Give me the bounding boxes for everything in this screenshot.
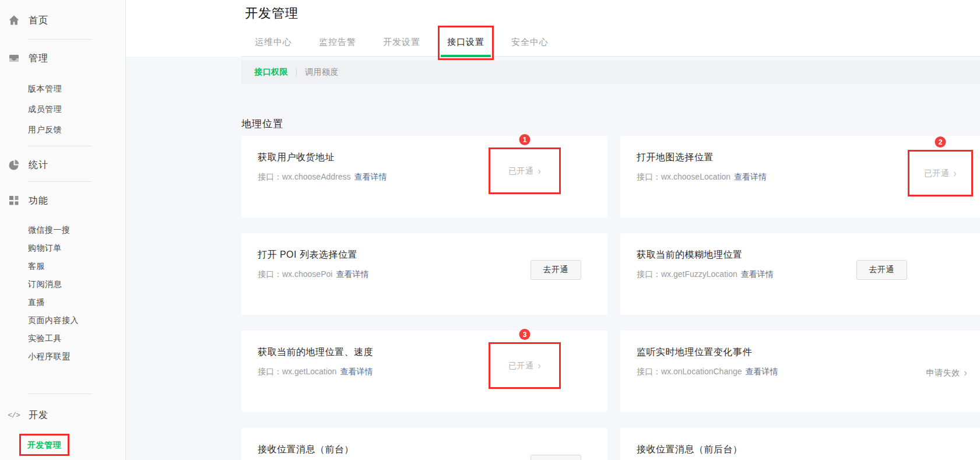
sidebar-item-customer-service[interactable]: 客服 [0, 257, 125, 275]
view-details-link[interactable]: 查看详情 [336, 269, 368, 279]
api-prefix: 接口： [637, 367, 661, 376]
view-details-link[interactable]: 查看详情 [354, 172, 387, 181]
page-title: 开发管理 [245, 5, 980, 22]
sidebar-item-miniprogram-union[interactable]: 小程序联盟 [0, 347, 125, 366]
api-name: wx.chooseLocation [661, 172, 730, 181]
sidebar-divider [27, 146, 92, 146]
sidebar-item-manage[interactable]: 管理 [0, 48, 125, 69]
subtab-call-quota[interactable]: 调用额度 [305, 67, 339, 78]
content-area: 接口权限 调用额度 地理位置 获取用户收货地址 接口：wx.chooseAddr… [126, 57, 980, 460]
chevron-right-icon: › [954, 166, 957, 178]
home-icon [8, 15, 20, 27]
go-open-button[interactable]: 去开通 [531, 260, 582, 280]
chevron-right-icon: › [538, 359, 542, 371]
sidebar-item-live[interactable]: 直播 [0, 293, 125, 311]
sidebar-divider [27, 39, 92, 40]
api-prefix: 接口： [258, 172, 282, 181]
api-prefix: 接口： [258, 269, 282, 279]
api-card-getLocation: 获取当前的地理位置、速度 接口：wx.getLocation查看详情 3 已开通… [241, 331, 607, 412]
api-card-title: 接收位置消息（前台） [258, 443, 591, 456]
go-open-button[interactable]: 去开通 [856, 260, 908, 280]
api-line: 接口：wx.onLocationChange查看详情 [637, 366, 965, 377]
status-opened[interactable]: 已开通› [508, 360, 541, 371]
sidebar-item-version-manage[interactable]: 版本管理 [0, 79, 125, 99]
sidebar-item-label: 统计 [29, 159, 48, 171]
view-details-link[interactable]: 查看详情 [741, 269, 774, 279]
tab-monitor-alert[interactable]: 监控告警 [317, 37, 358, 56]
api-card-receive-location-background: 接收位置消息（前后台） [620, 428, 980, 460]
api-name: wx.getFuzzyLocation [661, 269, 737, 279]
api-line: 接口：wx.getFuzzyLocation查看详情 [637, 268, 965, 280]
api-name: wx.onLocationChange [661, 367, 742, 376]
api-name: wx.getLocation [282, 367, 336, 376]
subtab-interface-permission[interactable]: 接口权限 [254, 67, 288, 78]
app-window: 首页 管理 版本管理 成员管理 用户反馈 [0, 0, 980, 460]
tab-label: 接口设置 [447, 37, 484, 47]
tab-interface-settings[interactable]: 接口设置 [445, 37, 486, 56]
annotation-badge-2: 2 [935, 136, 946, 148]
tab-dev-settings[interactable]: 开发设置 [381, 37, 422, 56]
sidebar-item-dev[interactable]: </> 开发 [0, 405, 125, 426]
sidebar-item-label: 管理 [29, 52, 48, 65]
api-card-onLocationChange: 监听实时地理位置变化事件 接口：wx.onLocationChange查看详情 … [620, 331, 980, 412]
annotation-box-sidebar: 开发管理 [19, 434, 69, 456]
sidebar-features-sublist: 微信搜一搜 购物订单 客服 订阅消息 直播 页面内容接入 实验工具 小程序联盟 [0, 221, 125, 366]
chevron-right-icon: › [964, 366, 968, 378]
annotation-badge-1: 1 [519, 134, 531, 145]
sidebar-divider [27, 181, 92, 182]
api-card-title: 监听实时地理位置变化事件 [637, 346, 965, 359]
chevron-right-icon: › [538, 164, 542, 176]
annotation-box-2: 2 已开通› [908, 150, 973, 196]
api-card-title: 打开 POI 列表选择位置 [258, 248, 591, 261]
subtab-bar: 接口权限 调用额度 [241, 61, 980, 84]
sidebar-item-label: 开发 [29, 409, 48, 422]
sidebar-item-lab-tools[interactable]: 实验工具 [0, 329, 125, 347]
active-tab-underline [441, 55, 491, 57]
pie-chart-icon [8, 159, 20, 171]
card-grid: 获取用户收货地址 接口：wx.chooseAddress查看详情 1 已开通› … [241, 136, 980, 460]
sidebar-item-wechat-search[interactable]: 微信搜一搜 [0, 221, 125, 239]
go-open-button[interactable]: 去开通 [531, 455, 582, 460]
sidebar-item-home[interactable]: 首页 [0, 10, 125, 31]
view-details-link[interactable]: 查看详情 [746, 367, 778, 376]
status-opened[interactable]: 已开通› [508, 166, 541, 177]
sidebar-item-shopping-orders[interactable]: 购物订单 [0, 239, 125, 257]
sidebar-item-dev-manage-active[interactable]: 开发管理 [27, 439, 61, 451]
sidebar-item-stats[interactable]: 统计 [0, 154, 125, 175]
sidebar-item-member-manage[interactable]: 成员管理 [0, 99, 125, 120]
status-opened[interactable]: 已开通› [924, 168, 957, 179]
api-name: wx.choosePoi [282, 269, 332, 279]
section-title-geolocation: 地理位置 [241, 117, 980, 131]
api-prefix: 接口： [637, 172, 661, 181]
sidebar-item-page-content[interactable]: 页面内容接入 [0, 311, 125, 329]
page-header: 开发管理 运维中心 监控告警 开发设置 接口设置 安全中心 [126, 0, 980, 57]
api-card-title: 获取当前的模糊地理位置 [637, 248, 965, 261]
sidebar-item-subscribe-message[interactable]: 订阅消息 [0, 275, 125, 293]
api-card-getFuzzyLocation: 获取当前的模糊地理位置 接口：wx.getFuzzyLocation查看详情 去… [620, 233, 980, 315]
sidebar-item-label: 首页 [29, 15, 48, 27]
tab-ops-center[interactable]: 运维中心 [253, 37, 294, 56]
sidebar-manage-sublist: 版本管理 成员管理 用户反馈 [0, 79, 125, 140]
grid-icon [8, 195, 20, 207]
annotation-box-3: 3 已开通› [489, 342, 561, 389]
main-area: 开发管理 运维中心 监控告警 开发设置 接口设置 安全中心 接口权限 调用额度 … [126, 0, 980, 460]
tab-security-center[interactable]: 安全中心 [510, 37, 550, 56]
api-card-chooseAddress: 获取用户收货地址 接口：wx.chooseAddress查看详情 1 已开通› [241, 136, 607, 217]
sidebar-item-label: 功能 [29, 195, 48, 207]
api-card-choosePoi: 打开 POI 列表选择位置 接口：wx.choosePoi查看详情 去开通 [241, 233, 607, 315]
api-card-title: 接收位置消息（前后台） [637, 443, 965, 456]
sidebar-item-user-feedback[interactable]: 用户反馈 [0, 120, 125, 140]
view-details-link[interactable]: 查看详情 [734, 172, 767, 181]
view-details-link[interactable]: 查看详情 [340, 367, 373, 376]
api-name: wx.chooseAddress [282, 172, 351, 181]
annotation-box-1: 1 已开通› [489, 148, 561, 194]
api-card-chooseLocation: 打开地图选择位置 接口：wx.chooseLocation查看详情 2 已开通› [620, 136, 980, 217]
sidebar-item-features[interactable]: 功能 [0, 190, 125, 211]
api-card-receive-location-foreground: 接收位置消息（前台） 去开通 [241, 428, 607, 460]
api-prefix: 接口： [637, 269, 661, 279]
annotation-badge-3: 3 [519, 329, 531, 340]
status-apply-invalid[interactable]: 申请失效› [926, 367, 968, 378]
sidebar: 首页 管理 版本管理 成员管理 用户反馈 [0, 0, 126, 460]
code-icon: </> [8, 409, 20, 422]
api-prefix: 接口： [258, 367, 282, 376]
